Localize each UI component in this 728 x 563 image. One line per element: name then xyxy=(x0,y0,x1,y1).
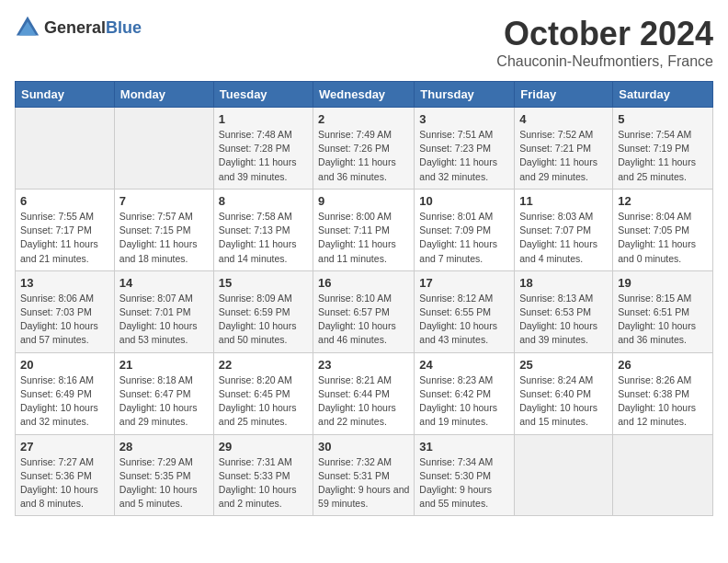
day-info: Sunrise: 8:21 AMSunset: 6:44 PMDaylight:… xyxy=(318,373,409,430)
day-number: 29 xyxy=(219,440,308,454)
day-cell: 21Sunrise: 8:18 AMSunset: 6:47 PMDayligh… xyxy=(114,352,213,434)
day-number: 21 xyxy=(119,358,209,372)
day-info: Sunrise: 8:26 AMSunset: 6:38 PMDaylight:… xyxy=(618,373,708,430)
day-cell: 19Sunrise: 8:15 AMSunset: 6:51 PMDayligh… xyxy=(613,270,713,352)
logo-icon xyxy=(15,15,40,40)
logo-general: General xyxy=(44,19,106,36)
day-info: Sunrise: 7:31 AMSunset: 5:33 PMDaylight:… xyxy=(219,455,308,511)
day-cell: 13Sunrise: 8:06 AMSunset: 7:03 PMDayligh… xyxy=(16,270,115,352)
day-info: Sunrise: 7:49 AMSunset: 7:26 PMDaylight:… xyxy=(318,128,409,184)
day-cell: 1Sunrise: 7:48 AMSunset: 7:28 PMDaylight… xyxy=(213,108,313,190)
day-cell: 2Sunrise: 7:49 AMSunset: 7:26 PMDaylight… xyxy=(313,108,415,190)
day-number: 10 xyxy=(419,194,509,208)
day-cell: 25Sunrise: 8:24 AMSunset: 6:40 PMDayligh… xyxy=(515,352,613,434)
day-info: Sunrise: 8:12 AMSunset: 6:55 PMDaylight:… xyxy=(419,292,509,348)
day-cell: 4Sunrise: 7:52 AMSunset: 7:21 PMDaylight… xyxy=(515,108,613,190)
day-info: Sunrise: 8:01 AMSunset: 7:09 PMDaylight:… xyxy=(419,210,509,266)
header-row: SundayMondayTuesdayWednesdayThursdayFrid… xyxy=(16,82,713,108)
day-number: 28 xyxy=(119,440,209,454)
day-info: Sunrise: 8:10 AMSunset: 6:57 PMDaylight:… xyxy=(318,292,409,348)
day-cell: 26Sunrise: 8:26 AMSunset: 6:38 PMDayligh… xyxy=(613,352,713,434)
day-number: 31 xyxy=(419,440,509,454)
day-number: 16 xyxy=(318,276,409,290)
day-info: Sunrise: 7:55 AMSunset: 7:17 PMDaylight:… xyxy=(20,210,109,266)
day-number: 27 xyxy=(20,440,109,454)
day-info: Sunrise: 7:52 AMSunset: 7:21 PMDaylight:… xyxy=(519,128,608,184)
day-info: Sunrise: 8:23 AMSunset: 6:42 PMDaylight:… xyxy=(419,373,509,430)
day-cell: 6Sunrise: 7:55 AMSunset: 7:17 PMDaylight… xyxy=(16,189,115,270)
day-number: 2 xyxy=(318,112,409,126)
day-cell: 20Sunrise: 8:16 AMSunset: 6:49 PMDayligh… xyxy=(16,352,115,434)
week-row-5: 27Sunrise: 7:27 AMSunset: 5:36 PMDayligh… xyxy=(16,434,713,516)
day-info: Sunrise: 8:16 AMSunset: 6:49 PMDaylight:… xyxy=(20,373,109,430)
day-cell: 28Sunrise: 7:29 AMSunset: 5:35 PMDayligh… xyxy=(114,434,213,516)
day-cell: 11Sunrise: 8:03 AMSunset: 7:07 PMDayligh… xyxy=(515,189,613,270)
day-number: 18 xyxy=(519,276,608,290)
day-number: 5 xyxy=(618,112,708,126)
day-cell xyxy=(16,108,115,190)
day-cell: 17Sunrise: 8:12 AMSunset: 6:55 PMDayligh… xyxy=(415,270,515,352)
title-block: October 2024 Chauconin-Neufmontiers, Fra… xyxy=(496,15,713,70)
header-cell-tuesday: Tuesday xyxy=(213,82,313,108)
week-row-2: 6Sunrise: 7:55 AMSunset: 7:17 PMDaylight… xyxy=(16,189,713,270)
day-cell: 27Sunrise: 7:27 AMSunset: 5:36 PMDayligh… xyxy=(16,434,115,516)
day-info: Sunrise: 7:58 AMSunset: 7:13 PMDaylight:… xyxy=(219,210,308,266)
header-cell-thursday: Thursday xyxy=(415,82,515,108)
day-number: 24 xyxy=(419,358,509,372)
week-row-3: 13Sunrise: 8:06 AMSunset: 7:03 PMDayligh… xyxy=(16,270,713,352)
day-number: 19 xyxy=(618,276,708,290)
day-info: Sunrise: 8:06 AMSunset: 7:03 PMDaylight:… xyxy=(20,292,109,348)
day-number: 23 xyxy=(318,358,409,372)
page-header: GeneralBlue October 2024 Chauconin-Neufm… xyxy=(15,15,713,70)
day-info: Sunrise: 7:48 AMSunset: 7:28 PMDaylight:… xyxy=(219,128,308,184)
day-info: Sunrise: 8:18 AMSunset: 6:47 PMDaylight:… xyxy=(119,373,209,430)
day-number: 22 xyxy=(219,358,308,372)
day-cell: 16Sunrise: 8:10 AMSunset: 6:57 PMDayligh… xyxy=(313,270,415,352)
day-info: Sunrise: 8:07 AMSunset: 7:01 PMDaylight:… xyxy=(119,292,209,348)
day-number: 3 xyxy=(419,112,509,126)
day-cell: 14Sunrise: 8:07 AMSunset: 7:01 PMDayligh… xyxy=(114,270,213,352)
day-cell: 10Sunrise: 8:01 AMSunset: 7:09 PMDayligh… xyxy=(415,189,515,270)
day-number: 20 xyxy=(20,358,109,372)
day-number: 7 xyxy=(119,194,209,208)
day-info: Sunrise: 7:27 AMSunset: 5:36 PMDaylight:… xyxy=(20,455,109,511)
day-info: Sunrise: 8:00 AMSunset: 7:11 PMDaylight:… xyxy=(318,210,409,266)
day-info: Sunrise: 7:29 AMSunset: 5:35 PMDaylight:… xyxy=(119,455,209,511)
logo-blue: Blue xyxy=(106,19,142,36)
day-info: Sunrise: 7:54 AMSunset: 7:19 PMDaylight:… xyxy=(618,128,708,184)
day-cell: 29Sunrise: 7:31 AMSunset: 5:33 PMDayligh… xyxy=(213,434,313,516)
day-info: Sunrise: 8:24 AMSunset: 6:40 PMDaylight:… xyxy=(519,373,608,430)
page-title: October 2024 xyxy=(496,15,713,53)
day-number: 6 xyxy=(20,194,109,208)
day-info: Sunrise: 7:34 AMSunset: 5:30 PMDaylight:… xyxy=(419,455,509,511)
day-info: Sunrise: 8:04 AMSunset: 7:05 PMDaylight:… xyxy=(618,210,708,266)
day-cell: 18Sunrise: 8:13 AMSunset: 6:53 PMDayligh… xyxy=(515,270,613,352)
header-cell-sunday: Sunday xyxy=(16,82,115,108)
page-subtitle: Chauconin-Neufmontiers, France xyxy=(496,53,713,70)
week-row-1: 1Sunrise: 7:48 AMSunset: 7:28 PMDaylight… xyxy=(16,108,713,190)
day-info: Sunrise: 7:51 AMSunset: 7:23 PMDaylight:… xyxy=(419,128,509,184)
day-info: Sunrise: 7:57 AMSunset: 7:15 PMDaylight:… xyxy=(119,210,209,266)
header-cell-wednesday: Wednesday xyxy=(313,82,415,108)
day-cell: 22Sunrise: 8:20 AMSunset: 6:45 PMDayligh… xyxy=(213,352,313,434)
day-info: Sunrise: 7:32 AMSunset: 5:31 PMDaylight:… xyxy=(318,455,409,511)
day-cell: 8Sunrise: 7:58 AMSunset: 7:13 PMDaylight… xyxy=(213,189,313,270)
day-number: 4 xyxy=(519,112,608,126)
day-cell xyxy=(515,434,613,516)
day-number: 1 xyxy=(219,112,308,126)
day-info: Sunrise: 8:20 AMSunset: 6:45 PMDaylight:… xyxy=(219,373,308,430)
day-number: 26 xyxy=(618,358,708,372)
day-number: 9 xyxy=(318,194,409,208)
day-info: Sunrise: 8:15 AMSunset: 6:51 PMDaylight:… xyxy=(618,292,708,348)
day-cell xyxy=(114,108,213,190)
day-number: 15 xyxy=(219,276,308,290)
calendar-table: SundayMondayTuesdayWednesdayThursdayFrid… xyxy=(15,81,713,516)
day-cell xyxy=(613,434,713,516)
day-info: Sunrise: 8:03 AMSunset: 7:07 PMDaylight:… xyxy=(519,210,608,266)
day-info: Sunrise: 8:13 AMSunset: 6:53 PMDaylight:… xyxy=(519,292,608,348)
day-number: 17 xyxy=(419,276,509,290)
day-number: 13 xyxy=(20,276,109,290)
day-cell: 30Sunrise: 7:32 AMSunset: 5:31 PMDayligh… xyxy=(313,434,415,516)
day-info: Sunrise: 8:09 AMSunset: 6:59 PMDaylight:… xyxy=(219,292,308,348)
header-cell-saturday: Saturday xyxy=(613,82,713,108)
